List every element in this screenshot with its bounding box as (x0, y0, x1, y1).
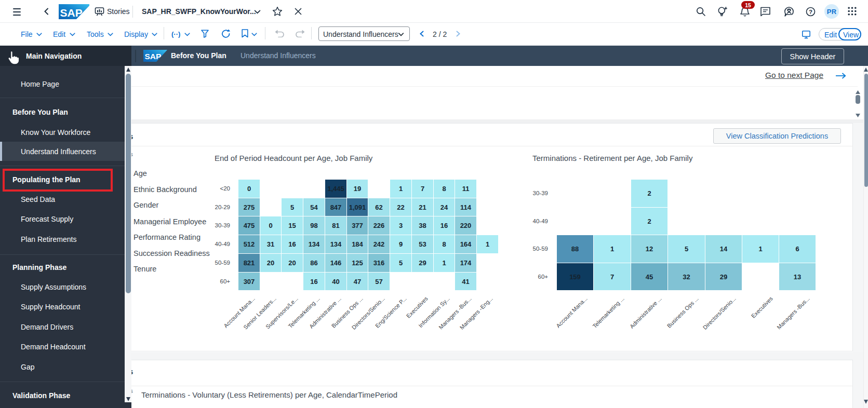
svg-text:SAP: SAP (60, 7, 83, 19)
svg-text:SAP: SAP (145, 52, 162, 61)
svg-text:?: ? (809, 9, 812, 15)
